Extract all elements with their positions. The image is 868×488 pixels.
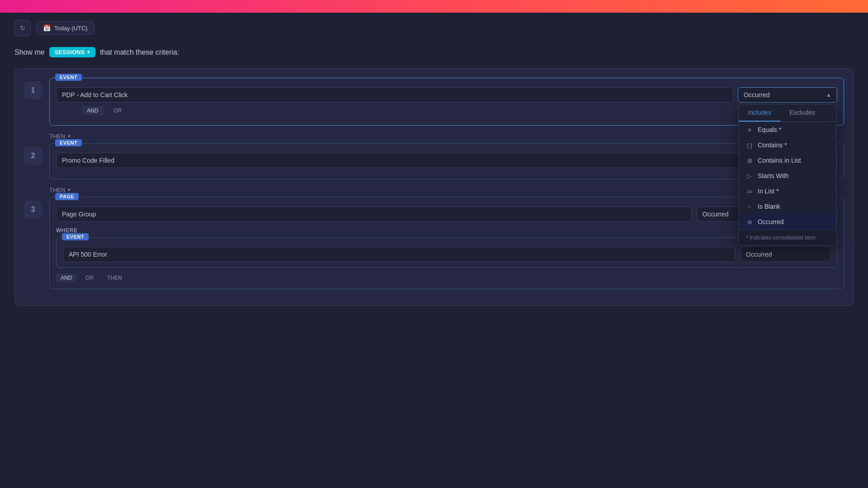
rule-3-event-input[interactable] [56, 206, 692, 222]
dropdown-item-contains-list[interactable]: ⊞ Contains in List [739, 153, 836, 168]
rule-3-condition-value: Occurred [703, 211, 729, 218]
rule-row-1: 1 EVENT Occurred ▲ Includes [24, 78, 844, 126]
dropdown-item-is-blank[interactable]: ○ Is Blank [739, 199, 836, 214]
sub-event-condition-value: Occurred [746, 251, 772, 258]
sub-event-fields: Occurred [63, 247, 830, 262]
contains-icon: [ ] [746, 142, 753, 149]
refresh-icon: ↻ [20, 24, 25, 32]
tab-includes[interactable]: Includes [739, 104, 780, 122]
badge-event-1: EVENT [55, 74, 82, 81]
rule-2-fields: Occurred [56, 153, 837, 168]
chevron-down-icon: ▾ [87, 49, 90, 55]
equals-icon: ≡ [746, 127, 753, 133]
rule-3-and-button[interactable]: AND [56, 273, 76, 282]
rule-1-fields: Occurred ▲ Includes Excludes [56, 87, 837, 103]
date-picker-button[interactable]: 📅 Today (UTC) [36, 21, 94, 35]
criteria-label: that match these criteria: [100, 48, 179, 56]
rule-box-1: EVENT Occurred ▲ Includes [49, 78, 844, 126]
chevron-down-icon-then2: ▾ [68, 187, 71, 193]
rule-3-or-button[interactable]: OR [81, 273, 98, 282]
dropdown-item-starts-with[interactable]: ▷ Starts With [739, 168, 836, 183]
rule-3-fields: Occurred Checkout [56, 206, 837, 222]
top-gradient-bar [0, 0, 868, 13]
chevron-up-icon: ▲ [826, 92, 831, 98]
condition-dropdown-menu: Includes Excludes ≡ Equals * [738, 104, 837, 246]
rule-row-3: 3 PAGE Occurred Checkout WHERE EVE [24, 197, 844, 289]
rule-number-2: 2 [24, 147, 42, 165]
dropdown-item-contains[interactable]: [ ] Contains * [739, 137, 836, 153]
starts-with-icon: ▷ [746, 173, 753, 179]
refresh-button[interactable]: ↻ [14, 20, 31, 36]
dropdown-item-in-list[interactable]: ≔ In List * [739, 183, 836, 199]
in-list-icon: ≔ [746, 188, 753, 195]
rule-3-then-button[interactable]: THEN [103, 273, 127, 282]
rule-box-2: EVENT Occurred [49, 143, 844, 179]
criteria-panel: 1 EVENT Occurred ▲ Includes [14, 68, 854, 306]
sub-event-input[interactable] [63, 247, 736, 262]
sub-event-condition-select[interactable]: Occurred [740, 247, 830, 262]
badge-event-2: EVENT [55, 139, 82, 146]
contains-list-icon: ⊞ [746, 157, 753, 164]
dropdown-item-occurred[interactable]: ⊛ Occurred [739, 214, 836, 230]
dropdown-footer: * Indicates consolidated term [739, 230, 836, 245]
sessions-label: SESSIONS [55, 49, 85, 56]
dropdown-item-equals[interactable]: ≡ Equals * [739, 122, 836, 137]
rule-row-2: 2 EVENT Occurred [24, 143, 844, 179]
sub-event-box: EVENT Occurred [56, 237, 837, 268]
rule-1-condition-value: Occurred [744, 91, 770, 99]
badge-page-3: PAGE [55, 193, 79, 200]
rule-1-condition-select[interactable]: Occurred ▲ Includes Excludes [738, 87, 837, 103]
calendar-icon: 📅 [43, 24, 51, 32]
rule-box-3: PAGE Occurred Checkout WHERE EVENT [49, 197, 844, 289]
is-blank-icon: ○ [746, 203, 753, 210]
rule-1-and-button[interactable]: AND [81, 106, 104, 115]
main-content: ↻ 📅 Today (UTC) Show me SESSIONS ▾ that … [0, 13, 868, 488]
rule-number-1: 1 [24, 81, 42, 99]
then-row-2[interactable]: THEN ▾ [49, 187, 844, 193]
rule-1-connector-row: AND OR [81, 106, 837, 115]
rule-2-event-input[interactable] [56, 153, 742, 168]
occurred-icon: ⊛ [746, 219, 753, 225]
sessions-dropdown-button[interactable]: SESSIONS ▾ [49, 47, 95, 57]
tab-excludes[interactable]: Excludes [780, 104, 824, 122]
then-label-2: THEN [49, 187, 65, 193]
date-label: Today (UTC) [54, 25, 88, 32]
rule-1-or-button[interactable]: OR [108, 106, 127, 115]
rule-3-connector-row: AND OR THEN [56, 273, 837, 282]
dropdown-tabs: Includes Excludes [739, 104, 836, 122]
toolbar: ↻ 📅 Today (UTC) [14, 20, 854, 36]
show-me-row: Show me SESSIONS ▾ that match these crit… [14, 47, 854, 57]
chevron-down-icon-then1: ▾ [68, 133, 71, 139]
where-label: WHERE [56, 227, 837, 234]
then-label-1: THEN [49, 133, 65, 140]
show-me-label: Show me [14, 48, 45, 56]
rule-1-event-input[interactable] [56, 87, 733, 103]
sub-event-badge: EVENT [62, 233, 89, 240]
rule-number-3: 3 [24, 201, 42, 219]
then-row-1[interactable]: THEN ▾ [49, 133, 844, 140]
